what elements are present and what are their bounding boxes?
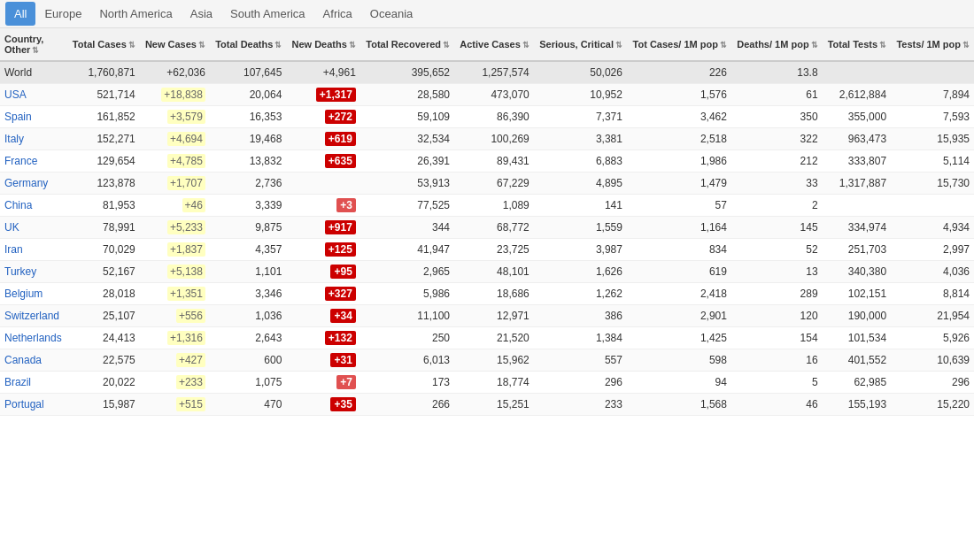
country-link[interactable]: Germany (4, 177, 48, 189)
sort-icon-11: ⇅ (962, 41, 970, 50)
total-tests-cell: 333,807 (823, 150, 891, 173)
active-cases-cell: 15,251 (454, 394, 534, 416)
country-link[interactable]: UK (4, 221, 19, 234)
column-header-0[interactable]: Country,Other ⇅ (0, 28, 67, 61)
new-deaths-cell: +1,317 (286, 84, 359, 106)
tests-pop-cell (891, 61, 974, 84)
total-deaths-cell: 3,346 (210, 283, 286, 305)
country-cell[interactable]: Canada (0, 349, 67, 372)
country-cell[interactable]: USA (0, 84, 67, 106)
total-recovered-cell: 28,580 (360, 84, 454, 106)
tot-cases-pop-cell: 3,462 (627, 106, 731, 128)
country-cell[interactable]: Iran (0, 239, 67, 261)
serious-critical-cell: 1,626 (534, 261, 627, 283)
new-deaths-cell: +95 (286, 261, 359, 283)
tot-cases-pop-cell: 1,568 (627, 394, 731, 416)
column-header-4[interactable]: New Deaths ⇅ (286, 28, 359, 61)
total-cases-cell: 24,413 (67, 327, 140, 349)
tab-oceania[interactable]: Oceania (361, 2, 421, 26)
country-cell[interactable]: Brazil (0, 372, 67, 394)
country-link[interactable]: Netherlands (4, 332, 62, 344)
country-link[interactable]: USA (4, 88, 27, 101)
column-header-7[interactable]: Serious, Critical ⇅ (534, 28, 627, 61)
total-recovered-cell: 59,109 (360, 106, 454, 128)
tab-africa[interactable]: Africa (314, 2, 361, 26)
country-cell[interactable]: France (0, 150, 67, 173)
sort-icon-9: ⇅ (811, 41, 818, 50)
new-cases-cell: +1,837 (140, 239, 210, 261)
total-cases-cell: 161,852 (67, 106, 140, 128)
country-link[interactable]: Canada (4, 354, 42, 366)
deaths-pop-cell: 322 (731, 128, 823, 150)
tab-all[interactable]: All (5, 2, 35, 26)
new-cases-cell: +233 (140, 372, 210, 394)
total-tests-cell: 62,985 (823, 372, 891, 394)
country-cell[interactable]: Switzerland (0, 305, 67, 327)
column-header-10[interactable]: Total Tests ⇅ (823, 28, 891, 61)
country-cell[interactable]: Italy (0, 128, 67, 150)
country-link[interactable]: Spain (4, 111, 32, 123)
country-link[interactable]: China (4, 199, 32, 211)
table-row: China81,953+463,339+377,5251,089141572 (0, 195, 974, 217)
total-deaths-cell: 4,357 (210, 239, 286, 261)
deaths-pop-cell: 154 (731, 327, 823, 349)
country-link[interactable]: Italy (4, 133, 24, 145)
serious-critical-cell: 1,384 (534, 327, 627, 349)
new-deaths-cell: +327 (286, 283, 359, 305)
column-header-6[interactable]: Active Cases ⇅ (454, 28, 534, 61)
deaths-pop-cell: 289 (731, 283, 823, 305)
tests-pop-cell: 15,220 (891, 394, 974, 416)
country-cell[interactable]: China (0, 195, 67, 217)
deaths-pop-cell: 16 (731, 349, 823, 372)
column-header-3[interactable]: Total Deaths ⇅ (210, 28, 286, 61)
total-recovered-cell: 395,652 (360, 61, 454, 84)
total-recovered-cell: 53,913 (360, 173, 454, 195)
country-cell[interactable]: Turkey (0, 261, 67, 283)
total-tests-cell: 334,974 (823, 217, 891, 239)
column-header-2[interactable]: New Cases ⇅ (140, 28, 210, 61)
total-deaths-cell: 3,339 (210, 195, 286, 217)
new-deaths-cell: +635 (286, 150, 359, 173)
column-header-8[interactable]: Tot Cases/ 1M pop ⇅ (627, 28, 731, 61)
tab-south-america[interactable]: South America (221, 2, 314, 26)
tot-cases-pop-cell: 834 (627, 239, 731, 261)
active-cases-cell: 86,390 (454, 106, 534, 128)
country-cell[interactable]: Belgium (0, 283, 67, 305)
tab-europe[interactable]: Europe (35, 2, 90, 26)
country-link[interactable]: France (4, 155, 37, 167)
new-cases-cell: +18,838 (140, 84, 210, 106)
country-link[interactable]: Switzerland (4, 310, 59, 322)
total-recovered-cell: 41,947 (360, 239, 454, 261)
total-deaths-cell: 2,736 (210, 173, 286, 195)
table-row: Switzerland25,107+5561,036+3411,10012,97… (0, 305, 974, 327)
country-link[interactable]: Belgium (4, 288, 43, 300)
total-deaths-cell: 1,075 (210, 372, 286, 394)
country-cell[interactable]: Netherlands (0, 327, 67, 349)
country-link[interactable]: Portugal (4, 398, 44, 410)
tab-asia[interactable]: Asia (182, 2, 221, 26)
total-recovered-cell: 32,534 (360, 128, 454, 150)
tests-pop-cell: 7,894 (891, 84, 974, 106)
serious-critical-cell: 557 (534, 349, 627, 372)
tab-north-america[interactable]: North America (90, 2, 181, 26)
country-link[interactable]: Turkey (4, 265, 36, 278)
sort-icon-4: ⇅ (349, 41, 356, 50)
table-row: Belgium28,018+1,3513,346+3275,98618,6861… (0, 283, 974, 305)
serious-critical-cell: 3,381 (534, 128, 627, 150)
tests-pop-cell: 4,934 (891, 217, 974, 239)
total-tests-cell: 2,612,884 (823, 84, 891, 106)
tot-cases-pop-cell: 1,164 (627, 217, 731, 239)
country-link[interactable]: Iran (4, 243, 23, 256)
column-header-11[interactable]: Tests/ 1M pop ⇅ (891, 28, 974, 61)
table-row: Italy152,271+4,69419,468+61932,534100,26… (0, 128, 974, 150)
tot-cases-pop-cell: 598 (627, 349, 731, 372)
country-link[interactable]: Brazil (4, 376, 31, 388)
country-cell[interactable]: UK (0, 217, 67, 239)
sort-icon-8: ⇅ (720, 41, 727, 50)
country-cell[interactable]: Portugal (0, 394, 67, 416)
country-cell[interactable]: Spain (0, 106, 67, 128)
column-header-9[interactable]: Deaths/ 1M pop ⇅ (731, 28, 823, 61)
column-header-1[interactable]: Total Cases ⇅ (67, 28, 140, 61)
country-cell[interactable]: Germany (0, 173, 67, 195)
column-header-5[interactable]: Total Recovered ⇅ (360, 28, 454, 61)
